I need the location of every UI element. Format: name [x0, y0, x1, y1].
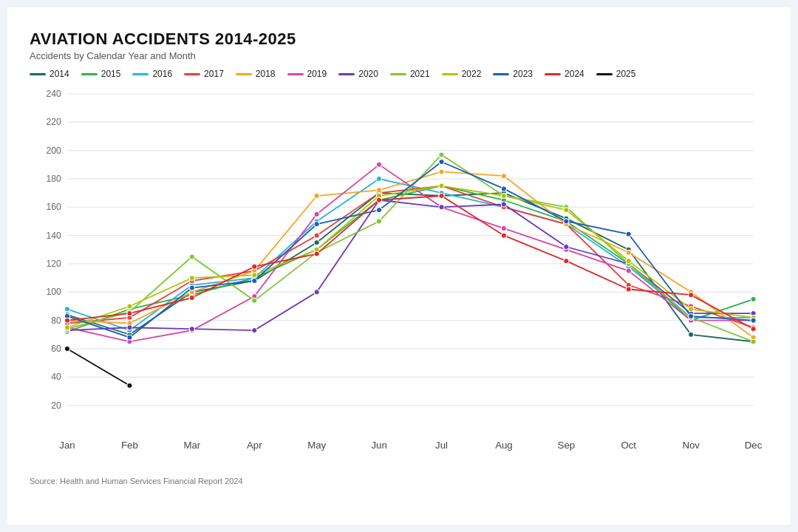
chart-subtitle: Accidents by Calendar Year and Month	[30, 50, 768, 61]
svg-point-93	[626, 250, 631, 255]
svg-point-169	[127, 383, 132, 388]
chart-title: AVIATION ACCIDENTS 2014-2025	[30, 30, 768, 49]
svg-text:Nov: Nov	[682, 440, 700, 451]
svg-point-109	[127, 325, 132, 330]
svg-point-158	[189, 296, 194, 301]
svg-text:Oct: Oct	[621, 440, 636, 451]
svg-text:Dec: Dec	[745, 440, 763, 451]
svg-point-140	[564, 208, 569, 213]
svg-text:80: 80	[51, 316, 61, 326]
svg-text:140: 140	[46, 231, 61, 241]
legend-item-2022: 2022	[442, 69, 482, 79]
svg-point-116	[564, 245, 569, 250]
svg-point-101	[377, 162, 382, 167]
svg-text:Mar: Mar	[183, 440, 200, 451]
svg-point-103	[501, 226, 506, 231]
legend-item-2014: 2014	[30, 69, 69, 79]
svg-point-40	[314, 240, 319, 245]
svg-point-149	[377, 208, 382, 213]
legend-item-2016: 2016	[132, 69, 172, 79]
svg-text:40: 40	[51, 372, 61, 382]
svg-point-161	[377, 197, 382, 202]
svg-text:220: 220	[46, 117, 61, 127]
svg-point-59	[751, 296, 756, 301]
svg-point-115	[501, 202, 506, 207]
svg-point-157	[127, 311, 132, 316]
svg-point-154	[689, 313, 694, 318]
svg-text:20: 20	[51, 400, 61, 411]
svg-point-126	[439, 152, 444, 157]
svg-point-156	[64, 318, 69, 323]
svg-point-60	[64, 307, 69, 312]
svg-point-123	[252, 298, 257, 303]
svg-text:60: 60	[51, 344, 61, 354]
svg-point-139	[501, 194, 506, 199]
svg-point-46	[689, 332, 694, 337]
svg-text:180: 180	[46, 174, 61, 184]
svg-point-166	[689, 293, 694, 298]
svg-point-89	[377, 188, 382, 193]
svg-text:240: 240	[46, 89, 61, 99]
legend-item-2015: 2015	[81, 69, 121, 79]
svg-point-147	[252, 279, 257, 284]
legend-item-2025: 2025	[596, 69, 636, 79]
svg-text:120: 120	[46, 259, 61, 269]
svg-text:Sep: Sep	[558, 440, 576, 451]
svg-text:100: 100	[46, 287, 61, 297]
svg-point-134	[189, 276, 194, 281]
svg-point-163	[501, 233, 506, 238]
legend-item-2024: 2024	[545, 69, 584, 79]
svg-point-110	[189, 327, 194, 332]
svg-point-88	[314, 194, 319, 199]
svg-point-91	[501, 174, 506, 179]
svg-text:Jan: Jan	[59, 440, 75, 451]
svg-text:Jun: Jun	[371, 440, 386, 451]
svg-point-155	[751, 318, 756, 323]
svg-point-167	[751, 327, 756, 332]
svg-point-153	[626, 231, 631, 236]
svg-point-151	[501, 186, 506, 191]
svg-point-135	[252, 273, 257, 278]
svg-point-114	[439, 205, 444, 210]
svg-point-145	[127, 335, 132, 340]
chart-container: AVIATION ACCIDENTS 2014-2025 Accidents b…	[7, 7, 791, 525]
legend-item-2021: 2021	[390, 69, 430, 79]
svg-point-168	[64, 347, 69, 352]
legend-item-2019: 2019	[287, 69, 327, 79]
legend-item-2018: 2018	[236, 69, 276, 79]
svg-point-160	[314, 251, 319, 256]
svg-point-165	[626, 287, 631, 292]
svg-point-159	[252, 264, 257, 269]
svg-point-148	[314, 222, 319, 227]
chart-area: 20406080100120140160180200220240JanFebMa…	[30, 86, 768, 471]
svg-point-132	[64, 325, 69, 330]
svg-point-90	[439, 169, 444, 174]
svg-point-146	[189, 285, 194, 290]
svg-point-141	[626, 259, 631, 264]
svg-point-164	[564, 259, 569, 264]
svg-point-100	[314, 211, 319, 216]
svg-text:Jul: Jul	[435, 440, 448, 451]
source-text: Source: Health and Human Services Financ…	[30, 477, 768, 485]
svg-text:200: 200	[46, 146, 61, 156]
svg-point-112	[314, 290, 319, 295]
svg-point-122	[189, 254, 194, 259]
svg-point-111	[252, 328, 257, 333]
svg-point-162	[439, 194, 444, 199]
svg-text:160: 160	[46, 202, 61, 212]
svg-point-131	[751, 339, 756, 344]
svg-text:Feb: Feb	[121, 440, 138, 451]
svg-point-125	[377, 219, 382, 224]
legend-item-2017: 2017	[184, 69, 224, 79]
legend-item-2020: 2020	[338, 69, 378, 79]
svg-text:Apr: Apr	[247, 440, 262, 451]
svg-text:Aug: Aug	[495, 440, 513, 451]
svg-point-133	[127, 304, 132, 309]
svg-point-152	[564, 219, 569, 224]
legend: 2014201520162017201820192020202120222023…	[30, 69, 768, 79]
svg-point-65	[377, 177, 382, 182]
svg-point-142	[689, 307, 694, 312]
svg-point-76	[314, 233, 319, 238]
svg-text:May: May	[307, 440, 326, 451]
svg-point-138	[439, 183, 444, 188]
